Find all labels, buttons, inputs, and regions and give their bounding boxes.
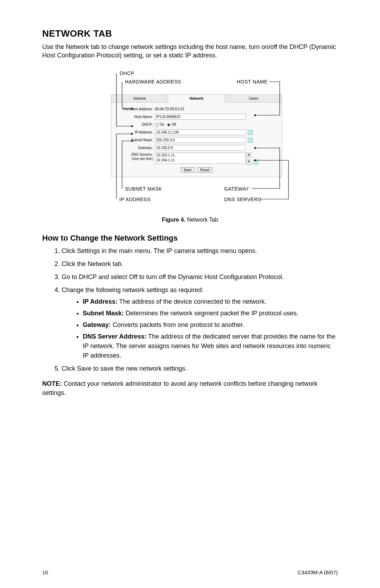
scroll-up-arrow-icon[interactable]: ▲: [246, 153, 251, 157]
callout-dns-servers: DNS SERVERS: [224, 197, 261, 202]
doc-id: C3433M-A (8/07): [298, 569, 338, 575]
tab-network[interactable]: Network: [168, 95, 225, 103]
value-hardware-address: 00:04:7D:00:D1:01: [155, 107, 279, 111]
radio-dhcp-on[interactable]: ◯ On: [155, 123, 164, 126]
callout-host-name: HOST NAME: [237, 79, 267, 85]
input-host-name[interactable]: IP110-6688819: [155, 114, 246, 120]
bullet-ip-address: IP Address: The address of the device co…: [83, 297, 338, 307]
bullet-subnet-mask: Subnet Mask: Determines the network segm…: [83, 309, 338, 318]
callout-ip-address: IP ADDRESS: [119, 197, 151, 202]
label-ip-address: IP Address:: [114, 130, 155, 134]
tab-general[interactable]: General: [111, 95, 168, 103]
keypad-icon[interactable]: [253, 160, 258, 165]
save-button[interactable]: Save: [180, 167, 195, 173]
input-gateway[interactable]: 10.106.0.9: [155, 145, 246, 151]
label-gateway: Gateway:: [114, 146, 155, 150]
input-ip-address[interactable]: 10.106.11.138: [155, 129, 246, 135]
keypad-icon[interactable]: [248, 130, 253, 135]
input-dns-servers[interactable]: 10.103.1.11 10.104.1.11: [155, 153, 246, 164]
page-number: 10: [42, 569, 48, 575]
intro-paragraph: Use the Network tab to change network se…: [42, 43, 338, 60]
callout-gateway: GATEWAY: [224, 186, 249, 192]
label-dhcp: DHCP:: [114, 123, 155, 126]
section-title: NETWORK TAB: [42, 28, 338, 39]
subheading: How to Change the Network Settings: [42, 234, 338, 243]
tab-users[interactable]: Users: [225, 95, 282, 103]
note: NOTE: Contact your network administrator…: [42, 379, 338, 397]
settings-panel: General Network Users Hardware Address: …: [111, 94, 282, 177]
callout-dhcp: DHCP: [120, 70, 134, 76]
reset-button[interactable]: Reset: [197, 167, 213, 173]
input-subnet-mask[interactable]: 255.255.0.0: [155, 137, 246, 143]
scroll-down-arrow-icon[interactable]: ▼: [246, 160, 251, 165]
radio-dhcp-off[interactable]: ◉ Off: [167, 123, 176, 126]
step-2: Click the Network tab.: [62, 259, 338, 269]
callout-hardware-address: HARDWARE ADDRESS: [125, 79, 181, 85]
callout-subnet-mask: SUBNET MASK: [125, 186, 162, 192]
keypad-icon[interactable]: [248, 138, 253, 143]
network-tab-diagram: DHCP HARDWARE ADDRESS HOST NAME SUBNET M…: [83, 70, 297, 211]
bullet-dns: DNS Server Address: The address of the d…: [83, 332, 338, 360]
label-host-name: Host Name:: [114, 115, 155, 119]
step-4: Change the following network settings as…: [62, 285, 338, 360]
steps-list: Click Settings in the main menu. The IP …: [42, 246, 338, 373]
step-1: Click Settings in the main menu. The IP …: [62, 246, 338, 256]
label-subnet-mask: Subnet Mask:: [114, 138, 155, 142]
label-dns-servers: DNS Servers: (one per line): [114, 153, 155, 161]
step-5: Click Save to save the new network setti…: [62, 364, 338, 373]
figure-caption: Figure 4. Network Tab: [42, 217, 338, 223]
bullet-gateway: Gateway: Converts packets from one proto…: [83, 320, 338, 330]
step-3: Go to DHCP and select Off to turn off th…: [62, 272, 338, 282]
label-hardware-address: Hardware Address:: [114, 107, 155, 111]
